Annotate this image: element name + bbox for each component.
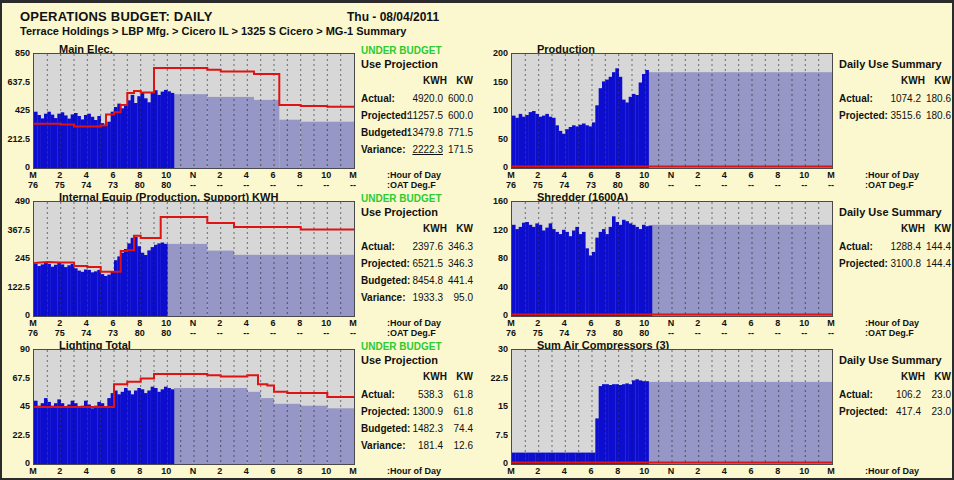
oat-value: 80 bbox=[613, 328, 623, 338]
oat-value: 75 bbox=[533, 328, 543, 338]
stat-kw-value: 171.5 bbox=[448, 144, 473, 155]
y-tick-label: 30 bbox=[498, 344, 508, 354]
oat-value: -- bbox=[243, 328, 249, 338]
stat-label: Variance: bbox=[361, 144, 405, 155]
col-kwh: KWH bbox=[901, 371, 925, 382]
x-tick-label: 10 bbox=[639, 318, 649, 328]
stat-label: Variance: bbox=[361, 440, 405, 451]
oat-value: -- bbox=[297, 328, 303, 338]
stat-kwh-value: 6521.5 bbox=[412, 258, 443, 269]
x-tick-label: 2 bbox=[535, 318, 540, 328]
stat-label: Projected: bbox=[361, 406, 410, 417]
stats-header: KWH KW bbox=[839, 220, 951, 241]
oat-value: -- bbox=[270, 328, 276, 338]
x-tick-label: 4 bbox=[722, 170, 727, 180]
y-tick-label: 80 bbox=[498, 253, 508, 263]
col-kwh: KWH bbox=[423, 223, 447, 234]
stats-rows: Actual:1288.4144.4Projected:3100.8144.4 bbox=[839, 241, 951, 275]
col-kw: KW bbox=[934, 75, 951, 86]
y-axis: 16012080400 bbox=[483, 201, 508, 315]
y-tick-label: 212.5 bbox=[7, 134, 30, 144]
y-tick-label: 50 bbox=[498, 134, 508, 144]
x-tick-label: 2 bbox=[695, 318, 700, 328]
x-tick-label: M bbox=[29, 170, 37, 180]
oat-value: -- bbox=[270, 476, 276, 480]
x-tick-label: 4 bbox=[722, 318, 727, 328]
x-axis: M246810N246810M:Hour of Day bbox=[511, 466, 831, 476]
stats-row: Actual:106.223.0 bbox=[839, 389, 951, 406]
breadcrumb[interactable]: Terrace Holdings > LBP Mfg. > Cicero IL … bbox=[20, 25, 406, 37]
stats-row: Actual:1074.2180.6 bbox=[839, 93, 951, 110]
stat-label: Actual: bbox=[361, 241, 395, 252]
panel-title: Use Projection bbox=[361, 354, 473, 368]
oat-value: -- bbox=[721, 476, 727, 480]
x-tick-label: M bbox=[349, 466, 357, 476]
oat-value: -- bbox=[190, 180, 196, 190]
x-axis: M246810N246810M:Hour of Day bbox=[33, 318, 353, 328]
oat-value: 80 bbox=[135, 476, 145, 480]
x-tick-label: 2 bbox=[535, 170, 540, 180]
stat-kwh-value: 13479.8 bbox=[407, 127, 443, 138]
y-tick-label: 637.5 bbox=[7, 77, 30, 87]
x-tick-label: 10 bbox=[161, 466, 171, 476]
stat-kw-value: 23.0 bbox=[932, 389, 951, 400]
y-tick-label: 200 bbox=[493, 48, 508, 58]
stats-panel: UNDER BUDGET Use Projection KWH KW Actua… bbox=[361, 45, 473, 161]
panel-title: Use Projection bbox=[361, 58, 473, 72]
oat-value: -- bbox=[323, 476, 329, 480]
oat-value: -- bbox=[721, 328, 727, 338]
stat-label: Actual: bbox=[361, 389, 395, 400]
oat-value: 73 bbox=[586, 328, 596, 338]
x-tick-label: 6 bbox=[110, 318, 115, 328]
x-tick-label: 8 bbox=[137, 170, 142, 180]
x-tick-label: N bbox=[190, 318, 197, 328]
budget-status: UNDER BUDGET bbox=[361, 341, 473, 354]
oat-value: -- bbox=[695, 476, 701, 480]
oat-value: -- bbox=[243, 180, 249, 190]
stat-kw-value: 12.6 bbox=[454, 440, 473, 451]
stat-label: Actual: bbox=[839, 241, 873, 252]
stat-kwh-value: 417.4 bbox=[896, 406, 921, 417]
oat-value: 75 bbox=[533, 180, 543, 190]
stat-label: Budgeted: bbox=[361, 127, 410, 138]
chart-cell: Lighting Total 9067.54522.50 M246810N246… bbox=[5, 339, 477, 480]
oat-row: 767574738080--------------:OAT Deg.F bbox=[33, 180, 353, 190]
stat-kw-value: 95.0 bbox=[454, 292, 473, 303]
x-tick-label: 8 bbox=[297, 466, 302, 476]
x-tick-label: 8 bbox=[137, 318, 142, 328]
stat-label: Projected: bbox=[839, 110, 888, 121]
stats-rows: Actual:1074.2180.6Projected:3515.6180.6 bbox=[839, 93, 951, 127]
oat-value: -- bbox=[721, 180, 727, 190]
stats-rows: Actual:538.361.8Projected:1300.961.8Budg… bbox=[361, 389, 473, 457]
oat-value: -- bbox=[695, 180, 701, 190]
y-tick-label: 45 bbox=[20, 401, 30, 411]
oat-value: -- bbox=[828, 328, 834, 338]
oat-value: 80 bbox=[639, 476, 649, 480]
chart-cell: Shredder (1600A) 16012080400 M246810N246… bbox=[483, 191, 954, 337]
stat-kwh-value[interactable]: 2222.3 bbox=[412, 144, 443, 155]
oat-value: 75 bbox=[55, 328, 65, 338]
stats-header: KWH KW bbox=[839, 368, 951, 389]
stats-row: Projected:3515.6180.6 bbox=[839, 110, 951, 127]
stat-label: Actual: bbox=[839, 93, 873, 104]
stat-label: Actual: bbox=[361, 93, 395, 104]
oat-value: -- bbox=[190, 476, 196, 480]
oat-value: -- bbox=[828, 476, 834, 480]
hour-of-day-caption: :Hour of Day bbox=[387, 318, 441, 328]
stat-kw-value: 771.5 bbox=[448, 127, 473, 138]
x-tick-label: N bbox=[190, 170, 197, 180]
chart-plot bbox=[33, 201, 355, 317]
oat-value: 73 bbox=[108, 476, 118, 480]
chart-canvas bbox=[34, 350, 354, 464]
stat-kw-value: 180.6 bbox=[926, 110, 951, 121]
oat-value: -- bbox=[775, 476, 781, 480]
stats-header: KWH KW bbox=[361, 220, 473, 241]
x-tick-label: 4 bbox=[84, 170, 89, 180]
x-tick-label: 4 bbox=[562, 318, 567, 328]
oat-value: 74 bbox=[559, 180, 569, 190]
col-kw: KW bbox=[934, 371, 951, 382]
oat-value: -- bbox=[270, 180, 276, 190]
stat-label: Projected: bbox=[839, 406, 888, 417]
stat-kwh-value: 1482.3 bbox=[412, 423, 443, 434]
stats-row: Actual:538.361.8 bbox=[361, 389, 473, 406]
